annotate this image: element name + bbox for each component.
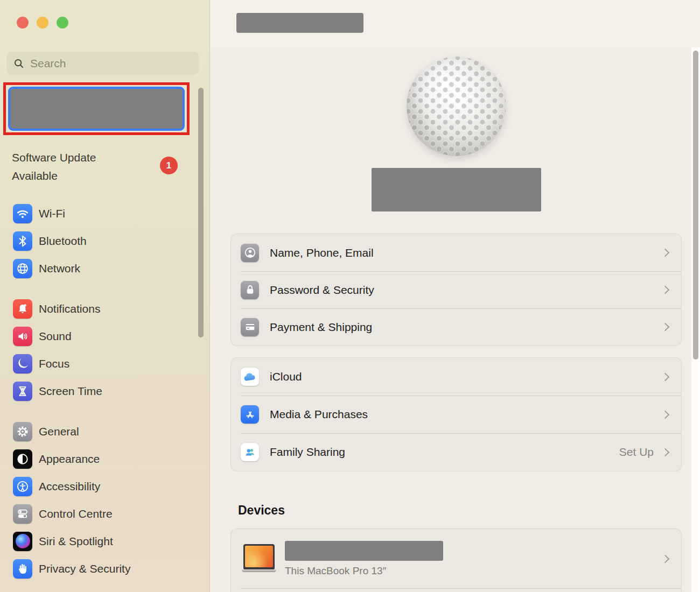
sidebar-item-focus[interactable]: Focus xyxy=(0,350,202,377)
row-payment-shipping[interactable]: Payment & Shipping xyxy=(231,308,681,346)
main-header xyxy=(210,0,700,47)
sidebar-item-control-centre[interactable]: Control Centre xyxy=(0,500,202,527)
update-badge: 1 xyxy=(160,157,178,174)
sidebar-nav: Wi-Fi Bluetooth Network Notifications xyxy=(0,200,202,582)
icloud-settings-card: iCloud Media & Purchases Family Sharing … xyxy=(230,357,682,471)
close-button[interactable] xyxy=(17,17,29,29)
redacted-page-title xyxy=(236,13,363,33)
credit-card-icon xyxy=(241,318,259,336)
nav-group-alerts: Notifications Sound Focus Screen Time xyxy=(0,295,202,405)
sidebar-item-network[interactable]: Network xyxy=(0,255,202,282)
sidebar-item-label: Wi-Fi xyxy=(39,207,65,220)
sidebar-item-sound[interactable]: Sound xyxy=(0,322,202,350)
chevron-right-icon xyxy=(661,448,670,456)
sidebar-item-label: Notifications xyxy=(39,302,100,315)
row-label: Family Sharing xyxy=(270,446,345,459)
macbook-icon xyxy=(242,544,276,574)
sidebar-item-label: Privacy & Security xyxy=(39,562,130,575)
red-annotation-box xyxy=(3,82,190,135)
search-field[interactable] xyxy=(6,52,199,75)
devices-heading: Devices xyxy=(238,503,682,517)
redacted-device-name xyxy=(285,541,443,561)
hand-icon xyxy=(13,559,32,579)
sidebar-item-label: Control Centre xyxy=(39,508,113,520)
sidebar-item-label: Accessibility xyxy=(39,480,100,493)
row-this-macbook[interactable]: This MacBook Pro 13″ xyxy=(231,529,681,589)
nav-group-connectivity: Wi-Fi Bluetooth Network xyxy=(0,200,202,282)
appearance-icon xyxy=(13,449,32,469)
chevron-right-icon xyxy=(661,249,670,257)
search-icon xyxy=(13,58,25,69)
device-subtitle: This MacBook Pro 13″ xyxy=(285,565,443,577)
chevron-right-icon xyxy=(661,372,670,381)
software-update-label: Software Update Available xyxy=(12,149,133,185)
hourglass-icon xyxy=(13,382,32,401)
chevron-right-icon xyxy=(661,323,670,332)
sidebar-item-wifi[interactable]: Wi-Fi xyxy=(0,200,202,227)
apple-id-profile-redacted[interactable] xyxy=(8,87,185,131)
sidebar-item-notifications[interactable]: Notifications xyxy=(0,295,202,322)
sidebar-item-screen-time[interactable]: Screen Time xyxy=(0,377,202,405)
minimize-button[interactable] xyxy=(37,17,48,29)
sidebar-item-privacy-security[interactable]: Privacy & Security xyxy=(0,555,202,582)
sidebar-item-label: Network xyxy=(39,262,80,275)
sidebar-item-label: Appearance xyxy=(39,453,100,466)
main-scrollbar-track[interactable] xyxy=(691,47,700,592)
sidebar-item-siri-spotlight[interactable]: Siri & Spotlight xyxy=(0,527,202,555)
chevron-right-icon xyxy=(661,555,670,563)
row-label: iCloud xyxy=(270,370,302,383)
system-settings-window: Software Update Available 1 Wi-Fi Blueto… xyxy=(0,0,700,592)
sidebar-item-appearance[interactable]: Appearance xyxy=(0,445,202,473)
speaker-icon xyxy=(13,327,32,346)
set-up-label: Set Up xyxy=(619,446,654,459)
row-family-sharing[interactable]: Family Sharing Set Up xyxy=(231,433,681,471)
sidebar-item-bluetooth[interactable]: Bluetooth xyxy=(0,227,202,255)
app-store-icon xyxy=(241,405,259,424)
main-pane: Name, Phone, Email Password & Security P… xyxy=(210,0,700,592)
nav-group-system: General Appearance Accessibility Control… xyxy=(0,418,202,582)
row-label: Password & Security xyxy=(270,284,374,297)
row-icloud[interactable]: iCloud xyxy=(231,358,681,396)
chevron-right-icon xyxy=(661,286,670,294)
family-icon xyxy=(241,443,259,461)
sidebar: Software Update Available 1 Wi-Fi Blueto… xyxy=(0,0,210,592)
bluetooth-icon xyxy=(13,231,32,251)
moon-icon xyxy=(13,354,32,373)
chevron-right-icon xyxy=(661,410,670,419)
row-label: Payment & Shipping xyxy=(270,321,372,334)
sidebar-item-accessibility[interactable]: Accessibility xyxy=(0,473,202,500)
bell-icon xyxy=(13,299,32,319)
sidebar-item-label: Screen Time xyxy=(39,385,102,398)
window-controls xyxy=(17,17,68,29)
row-name-phone-email[interactable]: Name, Phone, Email xyxy=(231,234,681,271)
main-scrollbar-thumb[interactable] xyxy=(693,51,698,360)
sidebar-item-label: General xyxy=(39,425,79,438)
sidebar-item-label: Siri & Spotlight xyxy=(39,535,113,548)
sidebar-item-software-update[interactable]: Software Update Available 1 xyxy=(12,149,190,185)
row-label: Media & Purchases xyxy=(270,408,368,421)
redacted-account-name xyxy=(372,168,541,212)
person-circle-icon xyxy=(241,244,259,262)
sidebar-item-label: Sound xyxy=(39,330,72,343)
sidebar-scrollbar[interactable] xyxy=(198,88,204,337)
row-password-security[interactable]: Password & Security xyxy=(231,271,681,308)
accessibility-icon xyxy=(13,477,32,496)
row-label: Name, Phone, Email xyxy=(270,246,374,259)
row-media-purchases[interactable]: Media & Purchases xyxy=(231,396,681,433)
wifi-icon xyxy=(13,204,32,223)
search-input[interactable] xyxy=(30,57,193,70)
gear-icon xyxy=(13,422,32,441)
sidebar-item-general[interactable]: General xyxy=(0,418,202,445)
siri-icon xyxy=(13,532,32,551)
sidebar-item-label: Focus xyxy=(39,357,69,370)
icloud-icon xyxy=(241,368,259,386)
globe-icon xyxy=(13,259,32,278)
apple-id-settings-card: Name, Phone, Email Password & Security P… xyxy=(230,234,682,346)
lock-icon xyxy=(241,281,259,299)
profile-avatar-golf-ball xyxy=(407,57,506,156)
devices-card: This MacBook Pro 13″ xyxy=(230,528,682,592)
control-centre-icon xyxy=(13,504,32,524)
zoom-button[interactable] xyxy=(57,17,68,29)
apple-id-content: Name, Phone, Email Password & Security P… xyxy=(210,57,691,592)
sidebar-item-label: Bluetooth xyxy=(39,235,87,248)
